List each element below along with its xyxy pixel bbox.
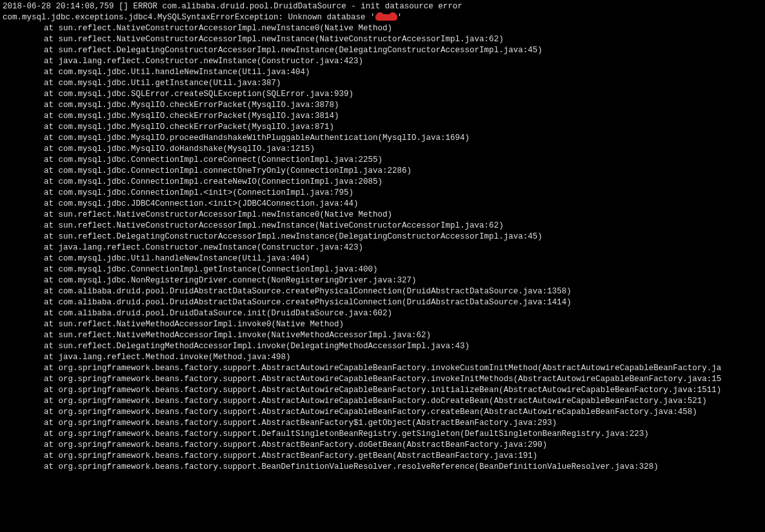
stack-at: at <box>44 309 59 318</box>
stack-location: org.springframework.beans.factory.suppor… <box>59 364 722 373</box>
stack-location: sun.reflect.DelegatingMethodAccessorImpl… <box>59 342 470 351</box>
stack-at: at <box>44 375 59 384</box>
log-sep: - <box>351 2 356 11</box>
stack-frame: at org.springframework.beans.factory.sup… <box>3 418 762 429</box>
stack-location: org.springframework.beans.factory.suppor… <box>59 440 548 449</box>
stack-location: com.mysql.jdbc.MysqlIO.checkErrorPacket(… <box>59 123 335 132</box>
stack-at: at <box>44 254 59 263</box>
stack-at: at <box>44 68 59 77</box>
stack-at: at <box>44 112 59 121</box>
stack-frame: at sun.reflect.NativeMethodAccessorImpl.… <box>3 330 762 341</box>
stack-location: com.mysql.jdbc.Util.handleNewInstance(Ut… <box>59 254 310 263</box>
stack-at: at <box>44 419 59 428</box>
stack-at: at <box>44 353 59 362</box>
stack-location: sun.reflect.NativeConstructorAccessorImp… <box>59 24 393 33</box>
stack-at: at <box>44 265 59 274</box>
stack-frame: at com.mysql.jdbc.MysqlIO.checkErrorPack… <box>3 122 762 133</box>
stack-location: com.mysql.jdbc.JDBC4Connection.<init>(JD… <box>59 199 359 208</box>
stack-at: at <box>44 144 59 153</box>
stack-location: com.mysql.jdbc.Util.handleNewInstance(Ut… <box>59 68 310 77</box>
stack-frame: at com.mysql.jdbc.MysqlIO.doHandshake(My… <box>3 144 762 155</box>
stack-location: sun.reflect.NativeMethodAccessorImpl.inv… <box>59 331 432 340</box>
stack-frame: at com.mysql.jdbc.ConnectionImpl.connect… <box>3 166 762 177</box>
stack-frame: at sun.reflect.NativeConstructorAccessor… <box>3 23 762 34</box>
stack-frame: at org.springframework.beans.factory.sup… <box>3 374 762 385</box>
stack-frame: at sun.reflect.NativeMethodAccessorImpl.… <box>3 319 762 330</box>
log-level: ERROR <box>134 2 158 11</box>
stack-frame: at sun.reflect.NativeConstructorAccessor… <box>3 34 762 45</box>
redaction-icon <box>375 14 397 21</box>
stack-location: java.lang.reflect.Method.invoke(Method.j… <box>59 353 291 362</box>
stack-frame: at org.springframework.beans.factory.sup… <box>3 396 762 407</box>
stack-frame: at org.springframework.beans.factory.sup… <box>3 440 762 451</box>
stack-frame: at com.mysql.jdbc.NonRegisteringDriver.c… <box>3 275 762 286</box>
stack-frame: at com.mysql.jdbc.ConnectionImpl.coreCon… <box>3 155 762 166</box>
stack-frame: at java.lang.reflect.Constructor.newInst… <box>3 56 762 67</box>
stack-location: sun.reflect.NativeConstructorAccessorImp… <box>59 221 504 230</box>
stack-location: sun.reflect.NativeConstructorAccessorImp… <box>59 210 393 219</box>
stack-location: org.springframework.beans.factory.suppor… <box>59 419 557 428</box>
stack-location: org.springframework.beans.factory.suppor… <box>59 375 722 384</box>
stack-location: com.mysql.jdbc.ConnectionImpl.getInstanc… <box>59 265 378 274</box>
stack-at: at <box>44 451 59 460</box>
stack-frame: at sun.reflect.DelegatingConstructorAcce… <box>3 45 762 56</box>
stack-location: sun.reflect.NativeMethodAccessorImpl.inv… <box>59 320 344 329</box>
stack-at: at <box>44 287 59 296</box>
stack-frame: at com.mysql.jdbc.Util.handleNewInstance… <box>3 67 762 78</box>
stack-frame: at org.springframework.beans.factory.sup… <box>3 385 762 396</box>
stack-location: org.springframework.beans.factory.suppor… <box>59 429 649 438</box>
stack-location: com.mysql.jdbc.ConnectionImpl.<init>(Con… <box>59 188 354 197</box>
stack-at: at <box>44 386 59 395</box>
stack-frame: at org.springframework.beans.factory.sup… <box>3 462 762 473</box>
stack-at: at <box>44 397 59 406</box>
log-timestamp: 2018-06-28 20:14:08,759 <box>3 2 114 11</box>
stack-frame: at java.lang.reflect.Method.invoke(Metho… <box>3 352 762 363</box>
stack-frame: at java.lang.reflect.Constructor.newInst… <box>3 242 762 253</box>
stack-location: java.lang.reflect.Constructor.newInstanc… <box>59 243 364 252</box>
exception-msg-prefix: Unknown database ' <box>288 13 375 22</box>
stack-frame: at com.mysql.jdbc.Util.getInstance(Util.… <box>3 78 762 89</box>
stack-location: com.mysql.jdbc.MysqlIO.proceedHandshakeW… <box>59 133 470 143</box>
stack-location: com.mysql.jdbc.NonRegisteringDriver.conn… <box>59 276 417 285</box>
stack-trace: at sun.reflect.NativeConstructorAccessor… <box>3 23 762 473</box>
stack-location: com.mysql.jdbc.Util.getInstance(Util.jav… <box>59 79 281 88</box>
stack-location: sun.reflect.DelegatingConstructorAccesso… <box>59 46 542 55</box>
stack-at: at <box>44 408 59 417</box>
stack-frame: at sun.reflect.DelegatingConstructorAcce… <box>3 232 762 242</box>
stack-location: com.mysql.jdbc.ConnectionImpl.createNewI… <box>59 177 383 186</box>
exception-msg-suffix: ' <box>397 13 402 22</box>
stack-location: sun.reflect.NativeConstructorAccessorImp… <box>59 35 504 44</box>
stack-frame: at com.mysql.jdbc.JDBC4Connection.<init>… <box>3 199 762 210</box>
stack-frame: at sun.reflect.DelegatingMethodAccessorI… <box>3 341 762 352</box>
stack-location: org.springframework.beans.factory.suppor… <box>59 451 538 460</box>
stack-at: at <box>44 46 59 55</box>
stack-frame: at com.alibaba.druid.pool.DruidDataSourc… <box>3 308 762 319</box>
stack-at: at <box>44 188 59 197</box>
stack-location: com.alibaba.druid.pool.DruidAbstractData… <box>59 287 571 296</box>
stack-frame: at com.mysql.jdbc.Util.handleNewInstance… <box>3 253 762 264</box>
stack-location: com.mysql.jdbc.MysqlIO.checkErrorPacket(… <box>59 112 339 121</box>
stack-at: at <box>44 331 59 340</box>
stack-frame: at sun.reflect.NativeConstructorAccessor… <box>3 210 762 221</box>
stack-location: com.mysql.jdbc.MysqlIO.checkErrorPacket(… <box>59 101 339 110</box>
stack-at: at <box>44 462 59 471</box>
stack-at: at <box>44 199 59 208</box>
stack-at: at <box>44 155 59 164</box>
stack-frame: at com.alibaba.druid.pool.DruidAbstractD… <box>3 286 762 297</box>
stack-at: at <box>44 210 59 219</box>
stack-at: at <box>44 243 59 252</box>
stack-frame: at com.mysql.jdbc.ConnectionImpl.getInst… <box>3 264 762 275</box>
stack-frame: at org.springframework.beans.factory.sup… <box>3 363 762 374</box>
log-logger: com.alibaba.druid.pool.DruidDataSource <box>163 2 346 11</box>
stack-frame: at com.mysql.jdbc.ConnectionImpl.createN… <box>3 177 762 188</box>
log-header-line: 2018-06-28 20:14:08,759 [] ERROR com.ali… <box>3 1 762 12</box>
stack-frame: at com.mysql.jdbc.MysqlIO.checkErrorPack… <box>3 100 762 111</box>
exception-class: com.mysql.jdbc.exceptions.jdbc4.MySQLSyn… <box>3 13 279 22</box>
exception-line: com.mysql.jdbc.exceptions.jdbc4.MySQLSyn… <box>3 12 762 23</box>
stack-at: at <box>44 79 59 88</box>
stack-location: com.mysql.jdbc.MysqlIO.doHandshake(Mysql… <box>59 144 315 153</box>
log-message: init datasource error <box>361 2 462 11</box>
stack-location: org.springframework.beans.factory.suppor… <box>59 462 659 471</box>
stack-at: at <box>44 232 59 241</box>
stack-at: at <box>44 276 59 285</box>
